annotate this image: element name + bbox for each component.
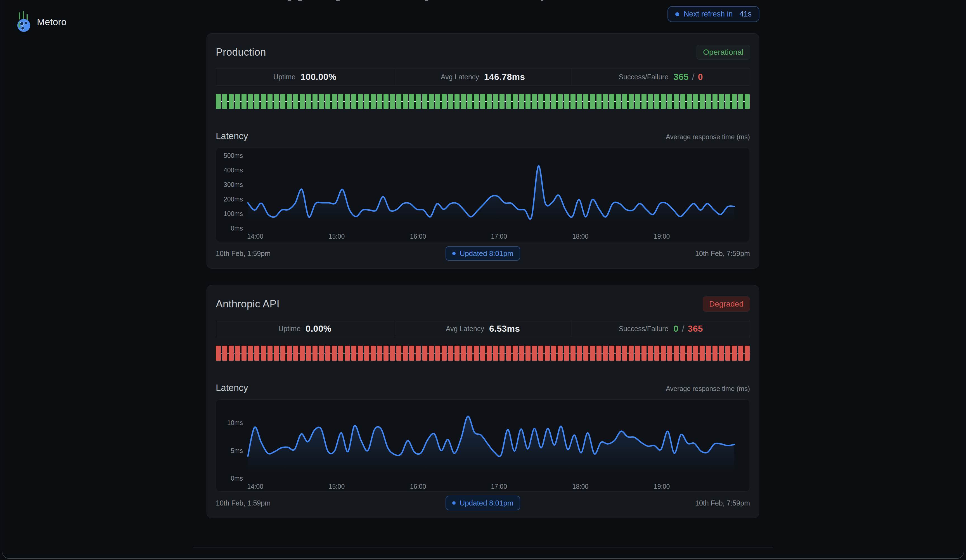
uptime-check-bar bbox=[687, 346, 692, 361]
uptime-check-bar bbox=[700, 94, 705, 109]
uptime-check-bar bbox=[383, 94, 389, 109]
uptime-check-bar bbox=[448, 94, 453, 109]
stat-avg-latency: Avg Latency 146.78ms bbox=[394, 69, 572, 85]
uptime-check-bar bbox=[558, 94, 563, 109]
uptime-check-bar bbox=[242, 346, 246, 361]
service-name: Production bbox=[216, 46, 266, 58]
uptime-check-bar bbox=[480, 346, 485, 361]
uptime-check-bar bbox=[377, 94, 382, 109]
service-name: Anthropic API bbox=[216, 298, 279, 310]
clipped-text-fragment bbox=[425, 0, 428, 1]
uptime-check-bar bbox=[706, 346, 711, 361]
uptime-check-bar bbox=[403, 346, 408, 361]
latency-line-chart bbox=[216, 148, 750, 242]
uptime-strip[interactable] bbox=[216, 346, 750, 361]
uptime-check-bar bbox=[545, 94, 550, 109]
uptime-value: 0.00% bbox=[306, 324, 331, 334]
uptime-check-bar bbox=[570, 346, 575, 361]
logo-text: Metoro bbox=[37, 16, 67, 27]
uptime-strip[interactable] bbox=[216, 94, 750, 109]
service-card-production: Production Operational Uptime 100.00% Av… bbox=[207, 33, 759, 269]
uptime-check-bar bbox=[287, 94, 292, 109]
uptime-check-bar bbox=[235, 346, 240, 361]
uptime-check-bar bbox=[513, 94, 518, 109]
uptime-check-bar bbox=[248, 346, 253, 361]
clipped-text-fragment bbox=[298, 0, 302, 1]
chart-area-fill bbox=[248, 416, 734, 478]
status-badge: Operational bbox=[697, 45, 750, 60]
uptime-check-bar bbox=[661, 94, 666, 109]
uptime-check-bar bbox=[261, 94, 266, 109]
uptime-check-bar bbox=[583, 346, 588, 361]
uptime-check-bar bbox=[228, 346, 234, 361]
uptime-check-bar bbox=[661, 346, 666, 361]
uptime-check-bar bbox=[551, 94, 556, 109]
latency-section-title: Latency bbox=[216, 383, 248, 393]
stat-avg-latency: Avg Latency 6.53ms bbox=[394, 320, 572, 337]
uptime-check-bar bbox=[293, 94, 298, 109]
logo[interactable]: Metoro bbox=[16, 11, 67, 33]
uptime-check-bar bbox=[577, 346, 582, 361]
avg-latency-value: 6.53ms bbox=[489, 324, 520, 334]
uptime-check-bar bbox=[693, 94, 698, 109]
uptime-check-bar bbox=[719, 346, 724, 361]
uptime-check-bar bbox=[300, 346, 305, 361]
success-count: 365 bbox=[674, 72, 688, 82]
stat-success-failure: Success/Failure 0 / 365 bbox=[572, 320, 750, 337]
stats-row: Uptime 100.00% Avg Latency 146.78ms Succ… bbox=[216, 68, 750, 85]
uptime-check-bar bbox=[610, 94, 614, 109]
uptime-check-bar bbox=[693, 346, 698, 361]
uptime-check-bar bbox=[725, 346, 730, 361]
uptime-check-bar bbox=[713, 94, 718, 109]
updated-dot-icon bbox=[452, 501, 456, 505]
uptime-check-bar bbox=[674, 346, 679, 361]
uptime-check-bar bbox=[345, 94, 350, 109]
status-cards: Production Operational Uptime 100.00% Av… bbox=[207, 33, 759, 518]
updated-dot-icon bbox=[452, 252, 456, 255]
uptime-check-bar bbox=[499, 346, 504, 361]
uptime-check-bar bbox=[564, 346, 569, 361]
uptime-check-bar bbox=[242, 94, 246, 109]
uptime-check-bar bbox=[706, 94, 711, 109]
uptime-check-bar bbox=[732, 346, 737, 361]
uptime-check-bar bbox=[590, 94, 595, 109]
uptime-check-bar bbox=[422, 346, 427, 361]
uptime-check-bar bbox=[538, 346, 544, 361]
uptime-check-bar bbox=[216, 94, 221, 109]
uptime-check-bar bbox=[486, 346, 492, 361]
uptime-check-bar bbox=[371, 346, 376, 361]
uptime-check-bar bbox=[409, 94, 414, 109]
uptime-check-bar bbox=[429, 94, 434, 109]
updated-badge: Updated 8:01pm bbox=[445, 496, 520, 510]
latency-chart[interactable]: 10ms5ms0ms14:0015:0016:0017:0018:0019:00 bbox=[216, 399, 750, 491]
uptime-check-bar bbox=[325, 346, 330, 361]
uptime-check-bar bbox=[648, 346, 653, 361]
uptime-check-bar bbox=[429, 346, 434, 361]
uptime-check-bar bbox=[519, 346, 524, 361]
uptime-check-bar bbox=[480, 94, 485, 109]
uptime-check-bar bbox=[629, 346, 634, 361]
uptime-check-bar bbox=[312, 346, 317, 361]
uptime-check-bar bbox=[622, 346, 627, 361]
uptime-check-bar bbox=[551, 346, 556, 361]
uptime-check-bar bbox=[499, 94, 504, 109]
range-start-timestamp: 10th Feb, 1:59pm bbox=[216, 250, 271, 258]
uptime-check-bar bbox=[648, 94, 653, 109]
uptime-check-bar bbox=[570, 94, 575, 109]
uptime-check-bar bbox=[719, 94, 724, 109]
uptime-check-bar bbox=[519, 94, 524, 109]
uptime-check-bar bbox=[467, 94, 472, 109]
uptime-check-bar bbox=[448, 346, 453, 361]
uptime-check-bar bbox=[629, 94, 634, 109]
uptime-check-bar bbox=[641, 346, 647, 361]
uptime-check-bar bbox=[603, 346, 608, 361]
uptime-check-bar bbox=[222, 346, 227, 361]
uptime-check-bar bbox=[345, 346, 350, 361]
uptime-check-bar bbox=[364, 94, 369, 109]
refresh-countdown: 41s bbox=[739, 10, 752, 18]
uptime-check-bar bbox=[467, 346, 472, 361]
uptime-check-bar bbox=[506, 94, 511, 109]
latency-chart[interactable]: 500ms400ms300ms200ms100ms0ms14:0015:0016… bbox=[216, 148, 750, 242]
uptime-check-bar bbox=[332, 94, 337, 109]
uptime-check-bar bbox=[396, 346, 401, 361]
